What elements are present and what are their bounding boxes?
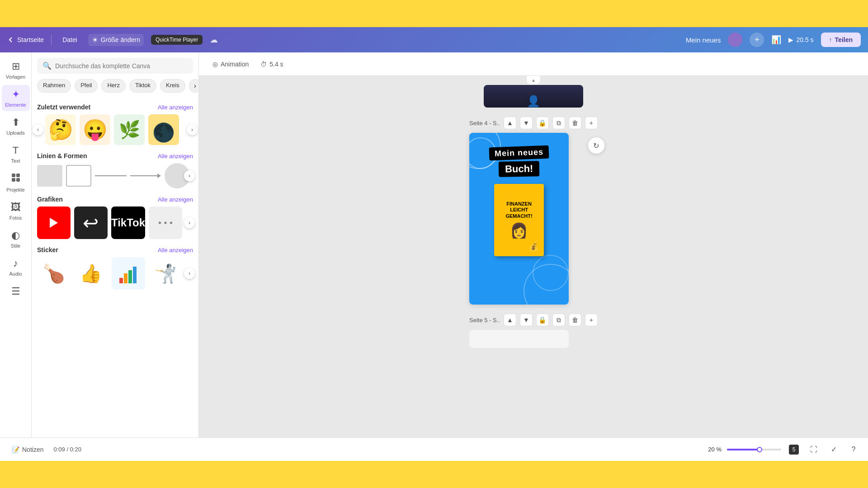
- sidebar-item-more[interactable]: ☰: [2, 282, 30, 301]
- sidebar-item-fotos[interactable]: 🖼 Fotos: [2, 198, 30, 224]
- sidebar-label: Projekte: [6, 187, 24, 192]
- page5-delete-btn[interactable]: 🗑: [569, 314, 581, 326]
- page5-copy-btn[interactable]: ⧉: [552, 314, 565, 326]
- canvas-area[interactable]: ◎ Animation ⏱ 5.4 s 👤 Seite 4: [199, 52, 868, 461]
- sidebar-item-audio[interactable]: ♪ Audio: [2, 254, 30, 280]
- sidebar-icons: ⊞ Vorlagen ✦ Elemente ⬆ Uploads T Text: [0, 52, 32, 461]
- bottom-bar: 📝 Notizen 0:09 / 0:20 20 % 5 ⛶ ✓ ?: [0, 437, 868, 461]
- avatar: [728, 33, 742, 47]
- graphic-tiktok[interactable]: TikTok: [111, 206, 145, 239]
- slide-page4[interactable]: Mein neues Buch! FINANZENLEICHTGEMACHT! …: [469, 133, 569, 305]
- svg-rect-0: [12, 174, 15, 177]
- sidebar-label: Elemente: [5, 102, 26, 108]
- tag-rahmen[interactable]: Rahmen: [37, 79, 71, 93]
- page4-expand-btn[interactable]: ▼: [520, 117, 533, 129]
- deco-circle-4: [533, 255, 569, 291]
- page-indicator: 5: [789, 445, 799, 455]
- search-input[interactable]: [55, 62, 188, 70]
- page4-add-btn[interactable]: +: [585, 117, 598, 129]
- recently-used-see-all[interactable]: Alle anzeigen: [158, 104, 193, 111]
- page5-label: Seite 5 - S..: [469, 317, 500, 324]
- page5-expand-btn[interactable]: ▼: [520, 314, 533, 326]
- help-button[interactable]: ?: [846, 442, 861, 457]
- lines-shapes-see-all[interactable]: Alle anzeigen: [158, 153, 193, 160]
- sidebar-label: Uploads: [6, 130, 24, 136]
- refresh-button[interactable]: ↻: [588, 137, 604, 154]
- graphic-arrow[interactable]: ↩: [74, 206, 108, 239]
- animation-button[interactable]: ◎ Animation: [208, 58, 253, 70]
- shapes-nav-right[interactable]: ›: [184, 170, 195, 181]
- page4-copy-btn[interactable]: ⧉: [552, 117, 565, 129]
- book-figure: 👩: [510, 222, 528, 239]
- stickers-nav-right[interactable]: ›: [184, 268, 195, 279]
- shape-line[interactable]: [95, 175, 127, 176]
- share-icon: ↑: [829, 36, 832, 43]
- recent-nav-right[interactable]: ›: [187, 124, 198, 135]
- play-icon: ▶: [788, 36, 793, 43]
- recent-item[interactable]: 😛: [80, 114, 110, 145]
- sticker-item[interactable]: [112, 257, 145, 290]
- search-icon: 🔍: [42, 61, 52, 70]
- add-collaborator-button[interactable]: +: [750, 33, 764, 47]
- page4-label-bar: Seite 4 - S.. ▲ ▼ 🔒 ⧉ 🗑 +: [469, 117, 598, 129]
- duration-display: ▶ 20.5 s: [788, 36, 813, 43]
- file-menu[interactable]: Datei: [59, 34, 81, 45]
- fullscreen-button[interactable]: ⛶: [807, 442, 821, 457]
- shape-rect-outline[interactable]: [66, 165, 91, 187]
- sidebar-item-elemente[interactable]: ✦ Elemente: [2, 85, 30, 111]
- graphics-nav-right[interactable]: ›: [184, 217, 195, 228]
- main-layout: ⊞ Vorlagen ✦ Elemente ⬆ Uploads T Text: [0, 52, 868, 461]
- cloud-button[interactable]: ☁: [210, 35, 218, 45]
- sidebar-item-vorlagen[interactable]: ⊞ Vorlagen: [2, 57, 30, 83]
- sidebar-item-text[interactable]: T Text: [2, 141, 30, 167]
- search-bar: 🔍: [37, 58, 193, 74]
- tag-tiktok[interactable]: Tiktok: [129, 79, 156, 93]
- sidebar-item-stile[interactable]: ◐ Stile: [2, 226, 30, 252]
- more-tags-button[interactable]: ›: [189, 79, 198, 93]
- slide-top-preview[interactable]: 👤: [484, 85, 583, 108]
- recently-used-header: Zuletzt verwendet Alle anzeigen: [37, 103, 193, 111]
- share-button[interactable]: ↑ Teilen: [821, 33, 861, 47]
- page4-collapse-btn[interactable]: ▲: [504, 117, 516, 129]
- uploads-icon: ⬆: [12, 117, 20, 128]
- sticker-item[interactable]: 🤺: [149, 257, 182, 290]
- recent-item[interactable]: 🌿: [114, 114, 145, 145]
- fotos-icon: 🖼: [11, 202, 21, 213]
- graphic-youtube[interactable]: [37, 206, 71, 239]
- page4-lock-btn[interactable]: 🔒: [536, 117, 549, 129]
- sidebar-item-projekte[interactable]: Projekte: [2, 169, 30, 196]
- elements-panel: 🔍 Rahmen Pfeil Herz Tiktok Kreis › Zulet…: [32, 52, 199, 461]
- sidebar-item-uploads[interactable]: ⬆ Uploads: [2, 113, 30, 139]
- sticker-item[interactable]: 👍: [74, 257, 108, 290]
- check-button[interactable]: ✓: [826, 442, 841, 457]
- nav-divider: [51, 34, 52, 45]
- graphics-see-all[interactable]: Alle anzeigen: [158, 196, 193, 203]
- tag-pfeil[interactable]: Pfeil: [75, 79, 98, 93]
- svg-rect-5: [124, 273, 127, 283]
- grid-view-button[interactable]: 5: [787, 442, 801, 457]
- shape-rect[interactable]: [37, 165, 62, 187]
- stickers-title: Sticker: [37, 246, 58, 253]
- notes-button[interactable]: 📝 Notizen: [7, 443, 48, 456]
- page5-add-btn[interactable]: +: [585, 314, 598, 326]
- tag-kreis[interactable]: Kreis: [160, 79, 185, 93]
- sticker-item[interactable]: 🍗: [37, 257, 71, 290]
- recent-item[interactable]: 🤔: [45, 114, 76, 145]
- page5-partial-slide[interactable]: [469, 330, 569, 348]
- resize-button[interactable]: ☀ Größe ändern: [88, 34, 144, 46]
- lines-shapes-header: Linien & Formen Alle anzeigen: [37, 152, 193, 160]
- time-button[interactable]: ⏱ 5.4 s: [260, 61, 283, 68]
- page5-lock-btn[interactable]: 🔒: [536, 314, 549, 326]
- graphic-dots[interactable]: • • •: [149, 206, 182, 239]
- back-button[interactable]: Startseite: [7, 36, 44, 43]
- zoom-slider[interactable]: [727, 449, 781, 450]
- canvas-collapse-btn[interactable]: ▲: [526, 76, 541, 85]
- page5-collapse-btn[interactable]: ▲: [504, 314, 516, 326]
- stickers-see-all[interactable]: Alle anzeigen: [158, 247, 193, 253]
- zoom-thumb[interactable]: [757, 447, 762, 452]
- page4-delete-btn[interactable]: 🗑: [569, 117, 581, 129]
- tag-herz[interactable]: Herz: [101, 79, 125, 93]
- analytics-button[interactable]: 📊: [771, 35, 781, 45]
- shape-arrow[interactable]: [130, 174, 161, 178]
- recent-item[interactable]: 🌑: [148, 114, 179, 145]
